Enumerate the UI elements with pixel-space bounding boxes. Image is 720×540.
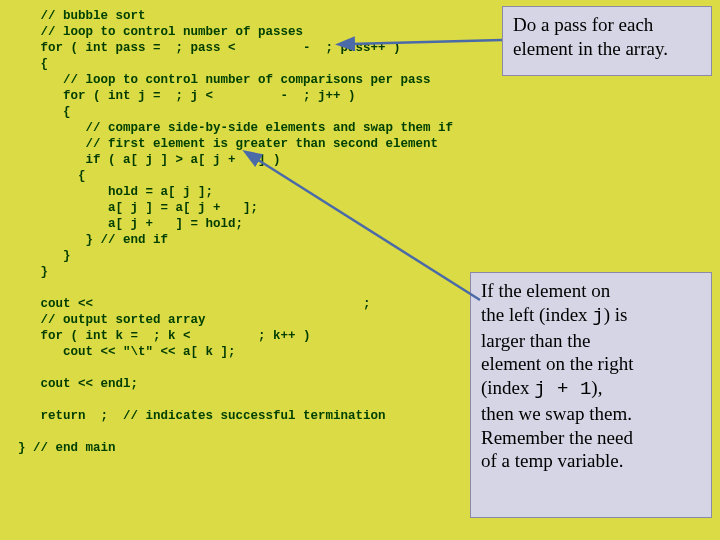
code-line: cout << endl; bbox=[18, 377, 138, 391]
code-comment: // indicates successful termination bbox=[116, 409, 386, 423]
annot2-text: the left (index bbox=[481, 304, 592, 325]
annot2-code: j bbox=[592, 305, 603, 327]
code-line: cout << "\t" << a[ k ]; bbox=[18, 345, 236, 359]
code-line: hold = a[ j ]; bbox=[18, 185, 213, 199]
annot2-text: If the element on bbox=[481, 280, 610, 301]
annot2-text: then we swap them. bbox=[481, 403, 632, 424]
annot2-text: ), bbox=[591, 377, 602, 398]
code-line: cout << ; bbox=[18, 297, 371, 311]
code-line: // compare side-by-side elements and swa… bbox=[18, 121, 453, 135]
code-line: { bbox=[18, 105, 71, 119]
annot2-text: ) is bbox=[604, 304, 628, 325]
annotation-pass: Do a pass for each element in the array. bbox=[502, 6, 712, 76]
code-line: for ( int j = ; j < - ; j++ ) bbox=[18, 89, 356, 103]
annotation-swap: If the element on the left (index j) is … bbox=[470, 272, 712, 518]
annot1-line1: Do a pass for each bbox=[513, 14, 653, 35]
annot2-text: element on the right bbox=[481, 353, 633, 374]
code-line: } // end main bbox=[18, 441, 116, 455]
code-line: for ( int k = ; k < ; k++ ) bbox=[18, 329, 311, 343]
code-line: a[ j ] = a[ j + ]; bbox=[18, 201, 258, 215]
annot2-text: larger than the bbox=[481, 330, 590, 351]
code-line: { bbox=[18, 169, 86, 183]
code-line: } // end if bbox=[18, 233, 168, 247]
annot1-line2: element in the array. bbox=[513, 38, 668, 59]
code-line: a[ j + ] = hold; bbox=[18, 217, 243, 231]
code-line: // loop to control number of comparisons… bbox=[18, 73, 431, 87]
code-line: return ; bbox=[18, 409, 116, 423]
annot2-text: Remember the need bbox=[481, 427, 633, 448]
code-line: // first element is greater than second … bbox=[18, 137, 438, 151]
code-line: { bbox=[18, 57, 48, 71]
code-line: // bubble sort bbox=[18, 9, 146, 23]
annot2-text: of a temp variable. bbox=[481, 450, 623, 471]
code-line: // output sorted array bbox=[18, 313, 206, 327]
code-line: } bbox=[18, 249, 71, 263]
code-line: for ( int pass = ; pass < - ; pass++ ) bbox=[18, 41, 401, 55]
code-line: // loop to control number of passes bbox=[18, 25, 303, 39]
code-line: if ( a[ j ] > a[ j + ] ) bbox=[18, 153, 281, 167]
annot2-text: (index bbox=[481, 377, 534, 398]
code-line: } bbox=[18, 265, 48, 279]
annot2-code: j + 1 bbox=[534, 378, 591, 400]
